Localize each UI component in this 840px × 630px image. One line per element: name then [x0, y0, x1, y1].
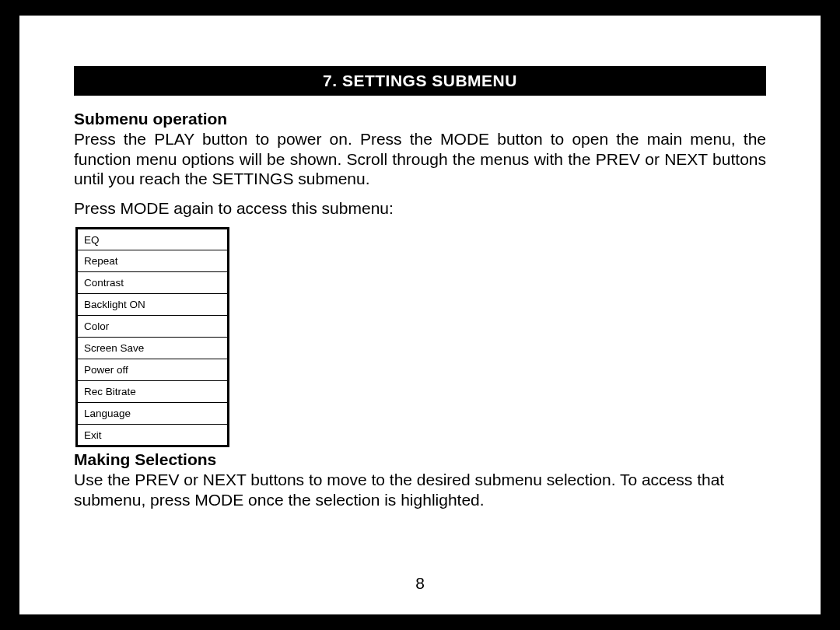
submenu-item: Screen Save — [77, 338, 229, 359]
submenu-item: Backlight ON — [77, 294, 229, 316]
submenu-operation-heading: Submenu operation — [74, 110, 766, 128]
manual-page: 7. SETTINGS SUBMENU Submenu operation Pr… — [19, 16, 821, 614]
submenu-item: Repeat — [77, 250, 229, 272]
submenu-item: Exit — [77, 425, 229, 446]
submenu-operation-paragraph-2: Press MODE again to access this submenu: — [74, 198, 766, 219]
submenu-item: Color — [77, 316, 229, 338]
submenu-table: EQ Repeat Contrast Backlight ON Color Sc… — [75, 227, 229, 447]
page-number: 8 — [19, 574, 821, 593]
section-header: 7. SETTINGS SUBMENU — [74, 66, 766, 96]
submenu-table-container: EQ Repeat Contrast Backlight ON Color Sc… — [74, 227, 766, 447]
making-selections-paragraph: Use the PREV or NEXT buttons to move to … — [74, 470, 766, 509]
submenu-item: Language — [77, 403, 229, 425]
submenu-item: Rec Bitrate — [77, 381, 229, 403]
making-selections-heading: Making Selections — [74, 450, 766, 469]
submenu-operation-paragraph-1: Press the PLAY button to power on. Press… — [74, 129, 766, 189]
submenu-item: Power off — [77, 359, 229, 381]
submenu-item: EQ — [77, 229, 229, 250]
submenu-item: Contrast — [77, 272, 229, 294]
